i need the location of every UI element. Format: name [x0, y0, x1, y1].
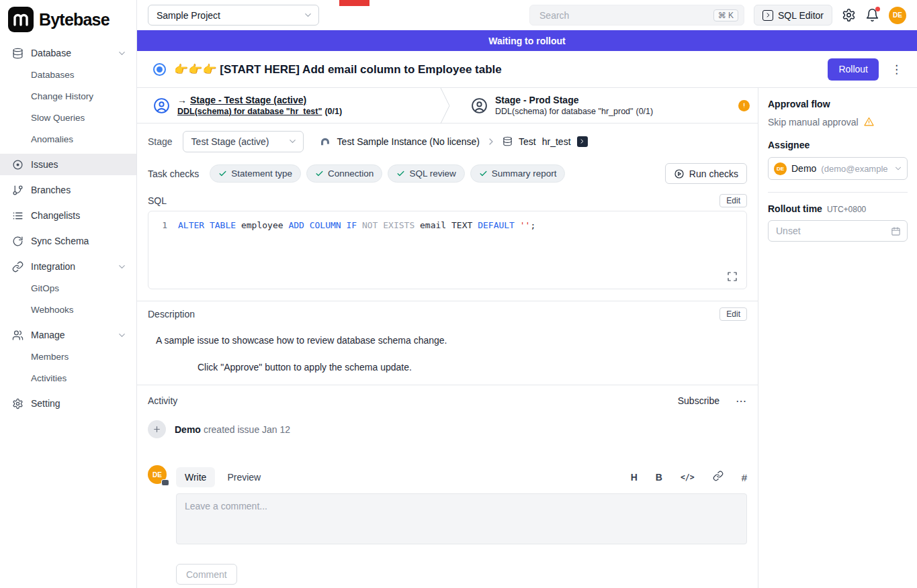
sql-code-block: 1ALTER TABLE employee ADD COLUMN IF NOT … [148, 211, 747, 289]
stage-label: Stage [148, 136, 173, 147]
instance-link[interactable]: Test Sample Instance (No license) [337, 136, 480, 147]
circle-user-icon [471, 97, 488, 114]
sidebar-item-gitops[interactable]: GitOps [0, 278, 136, 299]
sidebar: Bytebase Database Databases Change Histo… [0, 0, 137, 588]
search-input[interactable] [538, 9, 713, 21]
more-menu-button[interactable]: ⋮ [887, 62, 906, 77]
sidebar-item-database[interactable]: Database [0, 42, 136, 64]
activity-header: Activity Subscribe ⋯ [137, 385, 758, 416]
gear-icon [12, 398, 24, 409]
stage-card-prod[interactable]: Stage - Prod Stage DDL(schema) for datab… [455, 88, 758, 123]
description-label: Description [148, 309, 195, 320]
stage-select[interactable]: Test Stage (active) [183, 131, 304, 152]
check-sql-review[interactable]: SQL review [388, 164, 464, 183]
description-text: Click "Approve" button to apply the sche… [198, 362, 747, 373]
sql-section: SQL Edit 1ALTER TABLE employee ADD COLUM… [137, 191, 758, 289]
check-connection[interactable]: Connection [306, 164, 382, 183]
approval-flow-label: Approval flow [768, 99, 908, 109]
sql-edit-button[interactable]: Edit [719, 194, 747, 207]
plus-icon [148, 420, 166, 438]
rollout-time-field[interactable] [768, 220, 908, 242]
nav-label: Change History [31, 91, 93, 101]
chevron-down-icon [117, 330, 127, 340]
sidebar-item-integration[interactable]: Integration [0, 256, 136, 277]
nav-label: Sync Schema [31, 236, 89, 246]
tab-preview[interactable]: Preview [227, 472, 261, 483]
bold-tool[interactable]: B [656, 472, 662, 483]
run-checks-button[interactable]: Run checks [665, 163, 747, 184]
sidebar-item-databases[interactable]: Databases [0, 64, 136, 85]
heading-tool[interactable]: H [631, 472, 638, 483]
description-section: Description Edit A sample issue to showc… [137, 304, 758, 373]
nav-label: Members [31, 352, 69, 362]
database-icon [12, 48, 24, 59]
environment-name: Test [519, 136, 536, 147]
nav-label: Anomalies [31, 134, 73, 144]
sidebar-item-activities[interactable]: Activities [0, 368, 136, 389]
comment-editor: DE Write Preview H B </> # [137, 465, 758, 585]
sidebar-item-slow-queries[interactable]: Slow Queries [0, 107, 136, 128]
assignee-select[interactable]: DE Demo (demo@example [768, 157, 908, 180]
brand-logo[interactable]: Bytebase [0, 0, 136, 42]
rollout-button[interactable]: Rollout [828, 58, 879, 81]
chevron-right-icon [486, 136, 496, 147]
notifications-button[interactable] [865, 8, 879, 22]
attention-icon [738, 100, 750, 111]
expand-icon[interactable] [727, 271, 738, 282]
format-toolbar: H B </> # [631, 471, 747, 484]
description-edit-button[interactable]: Edit [719, 307, 747, 321]
sidebar-item-manage[interactable]: Manage [0, 324, 136, 346]
open-in-sql-editor-icon[interactable] [577, 136, 588, 147]
subscribe-button[interactable]: Subscribe [678, 395, 719, 406]
check-icon [315, 169, 324, 178]
link-tool[interactable] [713, 471, 724, 484]
comment-input[interactable] [176, 493, 747, 544]
user-avatar[interactable]: DE [889, 7, 906, 24]
approval-flow-value: Skip manual approval [768, 116, 908, 128]
circle-dot-icon [12, 159, 24, 170]
tab-write[interactable]: Write [176, 467, 215, 487]
divider [768, 192, 908, 193]
status-banner: Waiting to rollout [137, 30, 917, 51]
nav-label: Activities [31, 373, 67, 383]
line-number: 1 [148, 220, 178, 230]
run-checks-label: Run checks [689, 168, 738, 179]
settings-button[interactable] [842, 8, 856, 22]
sql-code-line: 1ALTER TABLE employee ADD COLUMN IF NOT … [148, 220, 746, 230]
issue-title: 👉👉👉 [START HERE] Add email column to Emp… [174, 62, 820, 77]
sidebar-item-anomalies[interactable]: Anomalies [0, 129, 136, 150]
comment-button[interactable]: Comment [176, 564, 237, 585]
nav-label: Setting [31, 398, 60, 409]
check-icon [218, 169, 227, 178]
content-row: →Stage - Test Stage (active) DDL(schema)… [137, 88, 917, 588]
stage-pipeline: →Stage - Test Stage (active) DDL(schema)… [137, 88, 758, 124]
sidebar-item-setting[interactable]: Setting [0, 393, 136, 414]
circle-play-icon [674, 168, 685, 179]
speech-bubble-icon [161, 479, 169, 486]
database-link[interactable]: hr_test [542, 136, 571, 147]
sidebar-item-issues[interactable]: Issues [0, 154, 136, 175]
sidebar-item-changelists[interactable]: Changelists [0, 205, 136, 226]
sidebar-item-change-history[interactable]: Change History [0, 86, 136, 107]
stage-title-link[interactable]: Stage - Test Stage (active) [190, 95, 306, 105]
sql-editor-button[interactable]: SQL Editor [754, 5, 832, 26]
project-select[interactable]: Sample Project [148, 5, 319, 26]
notification-dot [875, 7, 880, 11]
stage-card-test[interactable]: →Stage - Test Stage (active) DDL(schema)… [137, 88, 440, 123]
chevron-down-icon [893, 164, 903, 173]
search-shortcut: ⌘ K [713, 9, 738, 21]
nav-label: Webhooks [31, 305, 74, 315]
code-tool[interactable]: </> [681, 473, 695, 482]
sidebar-item-members[interactable]: Members [0, 346, 136, 367]
check-label: Connection [328, 168, 374, 179]
sidebar-item-branches[interactable]: Branches [0, 179, 136, 201]
check-summary-report[interactable]: Summary report [470, 164, 566, 183]
check-statement-type[interactable]: Statement type [210, 164, 301, 183]
rollout-time-input[interactable] [775, 225, 891, 237]
sidebar-item-webhooks[interactable]: Webhooks [0, 299, 136, 320]
project-select-value: Sample Project [157, 10, 220, 21]
hash-tool[interactable]: # [742, 472, 747, 483]
sidebar-item-sync-schema[interactable]: Sync Schema [0, 230, 136, 252]
activity-more-button[interactable]: ⋯ [736, 395, 747, 407]
task-link[interactable]: DDL(schema) for database "hr_test" [177, 107, 322, 116]
